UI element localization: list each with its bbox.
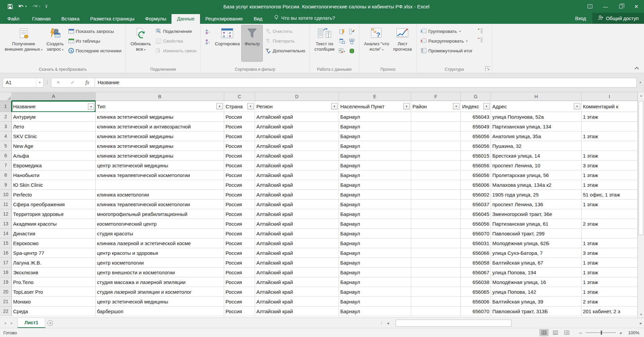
cell-C7[interactable]: Россия [224,161,255,170]
cell-B1[interactable]: Тип▼ [96,101,224,112]
new-query-button[interactable]: Создатьзапрос▾ [44,25,65,61]
page-layout-view-icon[interactable] [551,329,560,336]
tab-review[interactable]: Рецензирование [200,14,248,24]
cell-E13[interactable]: Барнаул [339,219,411,229]
forecast-sheet-button[interactable]: Листпрогноза [391,25,414,61]
cell-F19[interactable] [411,277,461,287]
tell-me-box[interactable]: Что вы хотите сделать? [274,15,335,24]
tab-file[interactable]: Файл [0,14,27,24]
cell-C2[interactable]: Россия [224,112,255,122]
cell-B7[interactable]: центр эстетической медицины [96,161,224,170]
cell-E21[interactable]: Барнаул [339,297,411,306]
cell-I8[interactable]: 1 этаж [582,170,638,180]
cell-G19[interactable]: 656038 [461,277,491,287]
cell-A15[interactable]: Еврокосмо [12,238,96,248]
cell-C3[interactable]: Россия [224,122,255,131]
cell-B10[interactable]: клиника косметологии [96,190,224,200]
cell-E5[interactable]: Барнаул [339,141,411,151]
cell-D19[interactable]: Алтайский край [255,277,339,287]
cell-E18[interactable]: Барнаул [339,268,411,277]
cell-E17[interactable]: Барнаул [339,258,411,268]
cell-I22[interactable]: 201 кабинет, 2 э [582,306,638,316]
cell-C10[interactable]: Россия [224,190,255,200]
cell-G5[interactable]: 656056 [461,141,491,151]
tab-split-handle[interactable]: ⁞ [381,321,382,326]
cell-F15[interactable] [411,238,461,248]
cell-D18[interactable]: Алтайский край [255,268,339,277]
row-header-20[interactable]: 20 [0,287,12,297]
cell-G16[interactable]: 656066 [461,248,491,258]
filter-dropdown-icon-A[interactable]: ▼ [88,103,94,110]
row-header-6[interactable]: 6 [0,151,12,161]
vertical-scrollbar[interactable]: ▲ ▼ [638,92,644,318]
zoom-in-icon[interactable]: + [618,330,623,336]
cell-H22[interactable]: Павловский тракт, 313Б [491,306,582,316]
cell-E14[interactable]: Барнаул [339,229,411,238]
cell-I16[interactable]: 3 этаж [582,248,638,258]
vertical-scroll-thumb[interactable] [639,101,643,235]
cell-E1[interactable]: Населенный Пункт▼ [339,101,411,112]
scroll-down-icon[interactable]: ▼ [638,311,644,318]
cell-B11[interactable]: клиника терапевтической косметологии [96,200,224,209]
cell-A1[interactable]: Название▼ [12,101,96,112]
cell-G8[interactable]: 656056 [461,170,491,180]
cell-G20[interactable]: 656065 [461,287,491,297]
cell-B5[interactable]: клиника эстетической медицины [96,141,224,151]
show-detail-icon[interactable] [477,28,483,34]
tab-formulas[interactable]: Формулы [140,14,171,24]
cell-D13[interactable]: Алтайский край [255,219,339,229]
cell-A20[interactable]: TopLaser Pro [12,287,96,297]
cell-F14[interactable] [411,229,461,238]
cell-H12[interactable]: Змеиногорский тракт, 36е [491,209,582,219]
cell-F3[interactable] [411,122,461,131]
cell-E10[interactable]: Барнаул [339,190,411,200]
cell-E15[interactable]: Барнаул [339,238,411,248]
cell-I21[interactable]: 2 этаж [582,297,638,306]
row-header-13[interactable]: 13 [0,219,12,229]
row-header-4[interactable]: 4 [0,131,12,141]
cell-E9[interactable]: Барнаул [339,180,411,190]
row-header-21[interactable]: 21 [0,297,12,306]
cell-H1[interactable]: Адрес▼ [491,101,582,112]
cell-C5[interactable]: Россия [224,141,255,151]
cell-H19[interactable]: Молодёжная улица, 16 [491,277,582,287]
cell-E12[interactable]: Барнаул [339,209,411,219]
cell-C12[interactable]: Россия [224,209,255,219]
cell-D22[interactable]: Алтайский край [255,306,339,316]
cell-H8[interactable]: Пролетарская улица, 56 [491,170,582,180]
show-queries-button[interactable]: Показать запросы [67,27,123,35]
cell-G10[interactable]: 656002 [461,190,491,200]
horizontal-scroll-thumb[interactable] [396,320,511,327]
column-header-H[interactable]: H [491,92,582,101]
row-header-10[interactable]: 10 [0,190,12,200]
cell-F16[interactable] [411,248,461,258]
cell-A17[interactable]: Лагуна Ж.В. [12,258,96,268]
cell-F10[interactable] [411,190,461,200]
cell-H2[interactable]: улица Ползунова, 52а [491,112,582,122]
name-box-chevron-icon[interactable]: ▾ [36,78,43,87]
cell-B22[interactable]: барбершоп [96,306,224,316]
cell-D14[interactable]: Алтайский край [255,229,339,238]
cell-H9[interactable]: Малахова улица, 134а к2 [491,180,582,190]
row-header-18[interactable]: 18 [0,268,12,277]
cell-B20[interactable]: студия лазерной эпиляции и косметолог [96,287,224,297]
cell-H20[interactable]: улица Попова, 142 [491,287,582,297]
insert-function-icon[interactable]: fx [85,79,89,86]
zoom-slider-thumb[interactable] [601,331,602,335]
cell-G9[interactable]: 656006 [461,180,491,190]
cell-A9[interactable]: Ю Skin Clinic [12,180,96,190]
cell-E8[interactable]: Барнаул [339,170,411,180]
cell-F18[interactable] [411,268,461,277]
cell-I20[interactable]: 1 этаж [582,287,638,297]
cell-E16[interactable]: Барнаул [339,248,411,258]
cell-H7[interactable]: проспект Ленина, 10 [491,161,582,170]
expand-formula-bar-icon[interactable]: ▾ [637,78,644,88]
advanced-filter-button[interactable]: Дополнительно [264,47,306,55]
cell-C1[interactable]: Страна▼ [224,101,255,112]
sort-button[interactable]: ЯААЯ Сортировка [213,25,242,61]
cell-D3[interactable]: Алтайский край [255,122,339,131]
name-box[interactable]: A1 ▾ [3,78,44,88]
page-break-view-icon[interactable] [562,329,572,336]
cell-A18[interactable]: Эксклюзив [12,268,96,277]
cell-B2[interactable]: клиника эстетической медицины [96,112,224,122]
